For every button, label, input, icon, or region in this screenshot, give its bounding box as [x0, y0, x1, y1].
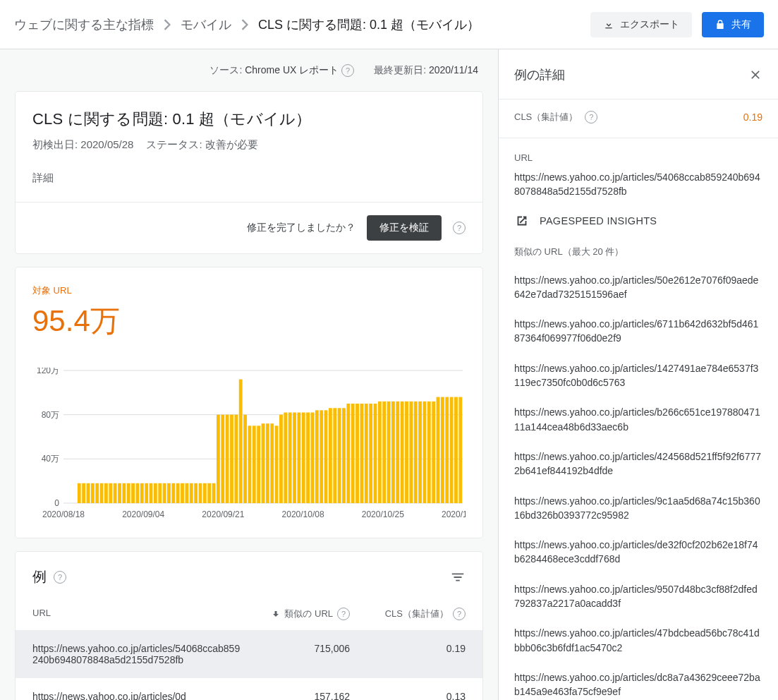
export-button[interactable]: エクスポート — [590, 12, 692, 37]
similar-url-item[interactable]: https://news.yahoo.co.jp/articles/6711b6… — [514, 309, 762, 354]
svg-rect-57 — [284, 413, 287, 503]
svg-rect-70 — [342, 408, 346, 503]
svg-text:2020/10/25: 2020/10/25 — [362, 509, 404, 519]
svg-rect-42 — [217, 415, 220, 503]
row-cls: 0.19 — [350, 643, 466, 665]
col-similar[interactable]: 類似の URL ? — [244, 608, 350, 620]
export-label: エクスポート — [620, 18, 679, 31]
svg-rect-48 — [243, 415, 247, 503]
pagespeed-insights-label: PAGESPEED INSIGHTS — [540, 215, 657, 227]
svg-rect-40 — [207, 483, 211, 503]
svg-rect-43 — [221, 415, 224, 503]
examples-title: 例 — [32, 567, 47, 586]
share-button[interactable]: 共有 — [702, 12, 764, 37]
help-icon[interactable]: ? — [585, 111, 597, 123]
breadcrumb: ウェブに関する主な指標 モバイル CLS に関する問題: 0.1 超（モバイル） — [14, 16, 480, 33]
detail-panel: 例の詳細 CLS（集計値） ? 0.19 URL https://news.ya… — [498, 49, 778, 700]
col-cls[interactable]: CLS（集計値） ? — [350, 608, 466, 620]
pagespeed-insights-link[interactable]: PAGESPEED INSIGHTS — [514, 213, 762, 229]
similar-url-item[interactable]: https://news.yahoo.co.jp/articles/424568… — [514, 442, 762, 486]
chart-title: 対象 URL — [32, 284, 466, 297]
lock-icon — [715, 19, 726, 30]
svg-rect-13 — [87, 483, 90, 503]
svg-rect-52 — [262, 423, 265, 503]
chevron-right-icon — [241, 19, 248, 30]
first-detected-label: 初検出日: — [32, 138, 78, 150]
arrow-down-icon — [272, 610, 280, 618]
svg-rect-23 — [131, 483, 135, 503]
help-icon[interactable]: ? — [453, 608, 466, 620]
svg-rect-64 — [315, 410, 319, 503]
svg-text:0: 0 — [54, 498, 59, 508]
chart-card: 対象 URL 95.4万 040万80万120万2020/08/182020/0… — [16, 267, 482, 538]
svg-rect-12 — [82, 483, 85, 503]
similar-url-item[interactable]: https://news.yahoo.co.jp/articles/dc8a7a… — [514, 663, 762, 700]
svg-rect-53 — [266, 423, 269, 503]
svg-rect-82 — [396, 402, 399, 503]
similar-url-item[interactable]: https://news.yahoo.co.jp/articles/50e261… — [514, 265, 762, 310]
updated-label: 最終更新日: — [374, 64, 426, 76]
svg-rect-85 — [409, 402, 413, 503]
bar-chart: 040万80万120万2020/08/182020/09/042020/09/2… — [32, 368, 466, 523]
url-value[interactable]: https://news.yahoo.co.jp/articles/54068c… — [514, 170, 762, 199]
updated-value: 2020/11/14 — [429, 64, 478, 76]
help-icon[interactable]: ? — [341, 64, 354, 77]
similar-url-item[interactable]: https://news.yahoo.co.jp/articles/47bdcb… — [514, 618, 762, 663]
svg-rect-86 — [414, 402, 418, 503]
svg-rect-58 — [288, 413, 292, 503]
help-icon[interactable]: ? — [453, 222, 466, 234]
similar-url-item[interactable]: https://news.yahoo.co.jp/articles/9c1aa5… — [514, 486, 762, 531]
examples-columns: URL 類似の URL ? CLS（集計値） ? — [16, 595, 482, 630]
col-cls-label: CLS（集計値） — [385, 608, 449, 620]
svg-rect-55 — [275, 426, 279, 503]
breadcrumb-item-0[interactable]: ウェブに関する主な指標 — [14, 16, 154, 33]
table-row[interactable]: https://news.yahoo.co.jp/articles/0d157,… — [16, 678, 482, 700]
svg-rect-44 — [226, 415, 229, 503]
filter-icon[interactable] — [450, 569, 466, 585]
svg-text:80万: 80万 — [42, 410, 59, 420]
similar-urls-label: 類似の URL（最大 20 件） — [514, 246, 762, 258]
svg-rect-76 — [369, 404, 372, 503]
breadcrumb-item-1[interactable]: モバイル — [181, 16, 231, 33]
svg-rect-54 — [270, 423, 274, 503]
svg-rect-79 — [382, 402, 386, 503]
col-url[interactable]: URL — [32, 608, 244, 620]
verify-button[interactable]: 修正を検証 — [367, 215, 442, 241]
svg-rect-80 — [387, 402, 391, 503]
svg-rect-94 — [450, 397, 454, 503]
similar-url-item[interactable]: https://news.yahoo.co.jp/articles/de32f0… — [514, 530, 762, 574]
close-icon[interactable] — [748, 68, 762, 82]
svg-rect-28 — [154, 483, 157, 503]
svg-rect-74 — [360, 404, 363, 503]
status-label: ステータス: — [146, 138, 202, 150]
svg-text:2020/08/18: 2020/08/18 — [42, 509, 85, 519]
detail-link[interactable]: 詳細 — [32, 171, 466, 185]
svg-rect-47 — [239, 380, 243, 503]
svg-rect-16 — [100, 483, 104, 503]
help-icon[interactable]: ? — [337, 608, 350, 620]
similar-url-item[interactable]: https://news.yahoo.co.jp/articles/9507d4… — [514, 574, 762, 619]
svg-rect-35 — [185, 483, 188, 503]
svg-text:2020/10/08: 2020/10/08 — [282, 509, 324, 519]
svg-rect-78 — [378, 402, 382, 503]
verify-row: 修正を完了しましたか？ 修正を検証 ? — [16, 202, 482, 253]
svg-rect-27 — [150, 483, 153, 503]
svg-rect-66 — [324, 410, 328, 503]
topbar: ウェブに関する主な指標 モバイル CLS に関する問題: 0.1 超（モバイル）… — [0, 0, 778, 49]
svg-rect-37 — [194, 483, 197, 503]
svg-rect-83 — [401, 402, 404, 503]
svg-rect-72 — [351, 404, 355, 503]
examples-card: 例 ? URL 類似の URL ? CLS（集計値） ? h — [16, 552, 482, 700]
svg-rect-62 — [306, 413, 310, 503]
first-detected-value: 2020/05/28 — [80, 138, 133, 150]
svg-rect-81 — [391, 402, 395, 503]
open-in-new-icon — [514, 213, 530, 229]
svg-rect-69 — [338, 408, 341, 503]
chevron-right-icon — [164, 19, 171, 30]
help-icon[interactable]: ? — [54, 571, 66, 584]
svg-rect-45 — [230, 415, 233, 503]
similar-url-item[interactable]: https://news.yahoo.co.jp/articles/142749… — [514, 354, 762, 398]
table-row[interactable]: https://news.yahoo.co.jp/articles/54068c… — [16, 630, 482, 678]
svg-rect-31 — [167, 483, 171, 503]
similar-url-item[interactable]: https://news.yahoo.co.jp/articles/b266c6… — [514, 397, 762, 442]
